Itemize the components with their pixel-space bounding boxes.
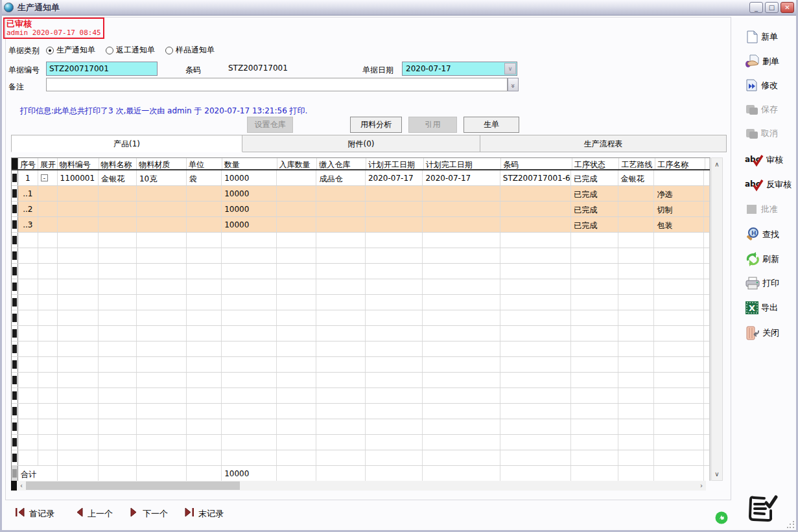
empty-row-14[interactable]	[12, 450, 710, 466]
cell-13	[618, 233, 655, 248]
column-header-3[interactable]: 物料名称	[99, 158, 137, 169]
empty-row-7[interactable]	[12, 341, 710, 357]
doc-no-input[interactable]: STZ200717001	[46, 62, 158, 76]
sidebar-button-审核[interactable]: abc审核	[745, 153, 783, 167]
sidebar-button-查找[interactable]: H查找	[745, 227, 779, 242]
resize-grip[interactable]	[787, 521, 795, 529]
column-header-10[interactable]: 计划完工日期	[424, 158, 502, 169]
table-row-1[interactable]: ..110000已完成净选	[12, 186, 710, 202]
cell-11	[500, 202, 571, 216]
doc-type-radio-0[interactable]: 生产通知单	[46, 45, 95, 56]
doc-type-radio-1[interactable]: 返工通知单	[106, 45, 155, 56]
cell-11	[500, 373, 571, 387]
remark-label: 备注	[8, 82, 24, 93]
date-value: 2020-07-17	[406, 64, 451, 73]
cell-10	[423, 279, 500, 294]
column-header-0[interactable]: 序号	[18, 158, 38, 169]
empty-row-11[interactable]	[12, 404, 710, 419]
sidebar-button-打印[interactable]: 打印	[745, 276, 779, 290]
empty-row-2[interactable]	[12, 264, 710, 279]
column-header-6[interactable]: 数量	[222, 158, 277, 169]
cell-11	[500, 341, 571, 356]
vertical-scrollbar[interactable]: ∧ ∨	[711, 157, 723, 481]
column-header-11[interactable]: 条码	[501, 158, 572, 169]
empty-row-1[interactable]	[12, 248, 710, 264]
cell-1	[38, 186, 58, 201]
product-grid[interactable]: 序号展开物料编号物料名称物料材质单位数量入库数量缴入仓库计划开工日期计划完工日期…	[11, 157, 710, 481]
action-button-3[interactable]: 生单	[464, 117, 519, 133]
nav-prev-record[interactable]: 上一个	[75, 507, 113, 520]
sidebar-button-关闭[interactable]: 关闭	[745, 325, 779, 341]
nav-next-record[interactable]: 下一个	[130, 507, 168, 520]
collapse-toggle-icon[interactable]: -	[41, 174, 48, 181]
empty-row-10[interactable]	[12, 388, 710, 404]
column-header-1[interactable]: 展开	[38, 158, 58, 169]
sidebar-button-刷新[interactable]: 刷新	[745, 251, 779, 267]
approve-icon	[745, 202, 759, 216]
empty-row-8[interactable]	[12, 357, 710, 373]
horizontal-scroll-thumb[interactable]	[26, 481, 240, 490]
tab-2[interactable]: 生产流程表	[480, 135, 727, 152]
cell-5	[187, 295, 222, 310]
empty-row-6[interactable]	[12, 326, 710, 341]
scroll-up-icon[interactable]: ∧	[712, 161, 722, 168]
total-cell-8	[316, 466, 366, 481]
cell-2	[58, 217, 99, 232]
maximize-button[interactable]: □	[765, 2, 779, 13]
cell-3	[99, 217, 137, 232]
cell-5	[187, 388, 222, 403]
remark-expand-button[interactable]: »	[508, 78, 519, 91]
minimize-button[interactable]: _	[749, 2, 763, 13]
cell-11	[500, 310, 571, 325]
tab-1[interactable]: 附件(0)	[242, 135, 480, 152]
empty-row-3[interactable]	[12, 279, 710, 295]
sidebar-button-删单[interactable]: 删单	[745, 54, 779, 69]
cell-0	[18, 248, 38, 263]
nav-first-record[interactable]: 首记录	[15, 507, 54, 520]
remark-input[interactable]	[46, 78, 508, 91]
column-header-12[interactable]: 工序状态	[572, 158, 620, 169]
cell-9	[366, 373, 423, 387]
doc-type-radio-2[interactable]: 样品通知单	[165, 45, 215, 56]
tab-0[interactable]: 产品(1)	[11, 135, 242, 152]
cell-5	[187, 326, 222, 341]
cell-0	[18, 310, 38, 325]
cell-14	[654, 419, 704, 434]
table-row-0[interactable]: 1-1100001金银花10克袋10000成品仓2020-07-172020-0…	[12, 170, 710, 186]
nav-last-record[interactable]: 末记录	[184, 507, 224, 520]
cell-7	[277, 419, 317, 434]
action-button-1[interactable]: 用料分析	[350, 117, 402, 133]
empty-row-9[interactable]	[12, 373, 710, 388]
chevron-down-icon[interactable]: ∨	[504, 63, 516, 75]
cell-3	[99, 202, 137, 216]
column-header-13[interactable]: 工艺路线	[619, 158, 655, 169]
empty-row-5[interactable]	[12, 310, 710, 326]
column-header-2[interactable]: 物料编号	[58, 158, 99, 169]
close-button[interactable]: ✕	[780, 2, 794, 13]
column-header-14[interactable]: 工序名称	[655, 158, 705, 169]
sidebar-button-新单[interactable]: 新单	[745, 30, 778, 44]
sidebar-button-反审核[interactable]: abc反审核	[745, 178, 792, 192]
column-header-4[interactable]: 物料材质	[137, 158, 187, 169]
cell-10	[423, 233, 500, 248]
cell-6	[222, 388, 277, 403]
column-header-15[interactable]	[705, 158, 710, 169]
horizontal-scrollbar[interactable]: ‹ ›	[11, 481, 706, 491]
column-header-5[interactable]: 单位	[187, 158, 222, 169]
scroll-down-icon[interactable]: ∨	[712, 470, 722, 478]
scroll-right-icon[interactable]: ›	[697, 482, 706, 489]
empty-row-13[interactable]	[12, 435, 710, 450]
column-header-8[interactable]: 缴入仓库	[317, 158, 366, 169]
empty-row-12[interactable]	[12, 419, 710, 435]
cell-4	[137, 295, 187, 310]
empty-row-0[interactable]	[12, 233, 710, 248]
column-header-7[interactable]: 入库数量	[277, 158, 318, 169]
date-combo[interactable]: 2020-07-17 ∨	[402, 62, 517, 76]
sidebar-button-修改[interactable]: 修改	[745, 78, 778, 93]
table-row-3[interactable]: ..310000已完成包装	[12, 217, 710, 233]
empty-row-4[interactable]	[12, 295, 710, 310]
column-header-9[interactable]: 计划开工日期	[366, 158, 424, 169]
table-row-2[interactable]: ..210000已完成切制	[12, 202, 710, 217]
scroll-left-icon[interactable]: ‹	[17, 482, 26, 489]
sidebar-button-导出[interactable]: X导出	[745, 301, 778, 315]
